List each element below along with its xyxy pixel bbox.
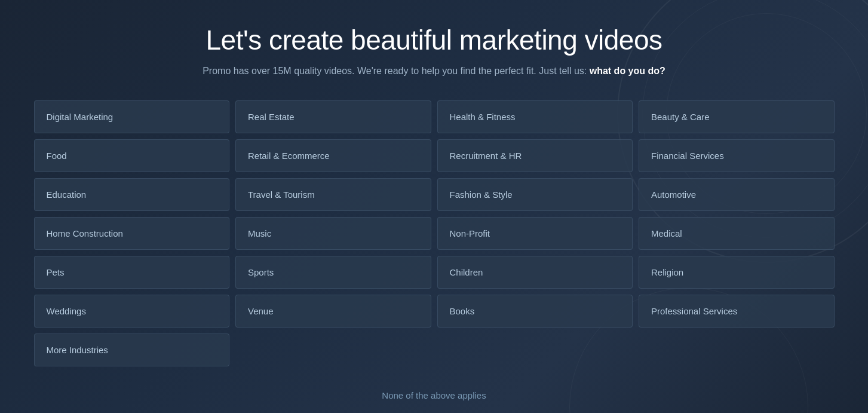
- category-religion[interactable]: Religion: [639, 256, 835, 289]
- category-medical[interactable]: Medical: [639, 217, 835, 250]
- category-books[interactable]: Books: [437, 295, 633, 328]
- footer-none-link-container: None of the above applies: [34, 390, 835, 413]
- column-3: Health & Fitness Recruitment & HR Fashio…: [437, 100, 633, 328]
- category-recruitment-hr[interactable]: Recruitment & HR: [437, 139, 633, 172]
- category-food[interactable]: Food: [34, 139, 230, 172]
- categories-grid: Digital Marketing Food Education Home Co…: [34, 100, 835, 366]
- category-home-construction[interactable]: Home Construction: [34, 217, 230, 250]
- category-automotive[interactable]: Automotive: [639, 178, 835, 211]
- category-professional-services[interactable]: Professional Services: [639, 295, 835, 328]
- category-travel-tourism[interactable]: Travel & Tourism: [235, 178, 431, 211]
- category-retail-ecommerce[interactable]: Retail & Ecommerce: [235, 139, 431, 172]
- category-non-profit[interactable]: Non-Profit: [437, 217, 633, 250]
- page-subtitle: Promo has over 15M quality videos. We're…: [34, 66, 835, 77]
- category-pets[interactable]: Pets: [34, 256, 230, 289]
- category-fashion-style[interactable]: Fashion & Style: [437, 178, 633, 211]
- category-more-industries[interactable]: More Industries: [34, 334, 230, 366]
- column-4: Beauty & Care Financial Services Automot…: [639, 100, 835, 328]
- subtitle-bold: what do you do?: [590, 66, 665, 76]
- page-header: Let's create beautiful marketing videos …: [34, 24, 835, 77]
- subtitle-plain: Promo has over 15M quality videos. We're…: [203, 66, 590, 76]
- category-children[interactable]: Children: [437, 256, 633, 289]
- column-2: Real Estate Retail & Ecommerce Travel & …: [235, 100, 431, 328]
- none-of-above-link[interactable]: None of the above applies: [382, 390, 486, 400]
- category-music[interactable]: Music: [235, 217, 431, 250]
- page-title: Let's create beautiful marketing videos: [34, 24, 835, 56]
- category-education[interactable]: Education: [34, 178, 230, 211]
- category-real-estate[interactable]: Real Estate: [235, 100, 431, 133]
- category-health-fitness[interactable]: Health & Fitness: [437, 100, 633, 133]
- column-1: Digital Marketing Food Education Home Co…: [34, 100, 230, 366]
- category-venue[interactable]: Venue: [235, 295, 431, 328]
- main-container: Let's create beautiful marketing videos …: [16, 0, 852, 413]
- category-beauty-care[interactable]: Beauty & Care: [639, 100, 835, 133]
- category-digital-marketing[interactable]: Digital Marketing: [34, 100, 230, 133]
- category-weddings[interactable]: Weddings: [34, 295, 230, 328]
- category-financial-services[interactable]: Financial Services: [639, 139, 835, 172]
- category-sports[interactable]: Sports: [235, 256, 431, 289]
